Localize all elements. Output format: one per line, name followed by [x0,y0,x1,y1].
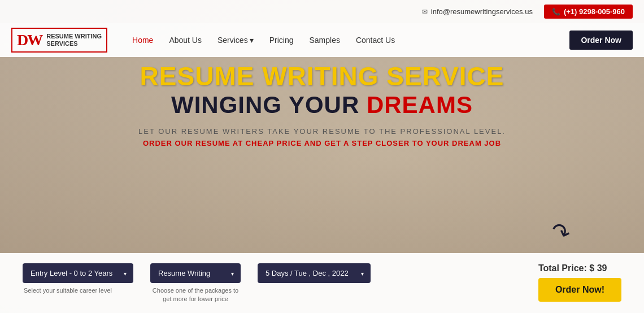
email-contact: ✉ info@resumewritingservices.us [422,7,533,16]
hero-subtitle2: ORDER OUR RESUME AT CHEAP PRICE AND GET … [45,139,599,147]
career-select[interactable]: Entry Level - 0 to 2 Years Mid Level - 3… [23,263,133,283]
services-dropdown-icon: ▾ [250,36,254,45]
nav-about[interactable]: About Us [161,31,210,49]
nav-services[interactable]: Services ▾ [210,31,262,49]
delivery-select[interactable]: 5 Days / Tue , Dec , 2022 3 Days Rush 24… [258,263,371,283]
delivery-select-wrap[interactable]: 5 Days / Tue , Dec , 2022 3 Days Rush 24… [258,263,371,283]
logo-text-line2: SERVICES [46,40,102,47]
logo-text-line1: RESUME WRITING [46,33,102,40]
logo-dw: DW [17,31,42,49]
main-nav: DW RESUME WRITING SERVICES Home About Us… [0,23,644,57]
career-level-group: Entry Level - 0 to 2 Years Mid Level - 3… [23,263,133,294]
hero-title-red: DREAMS [367,92,473,118]
order-form: Entry Level - 0 to 2 Years Mid Level - 3… [0,253,644,313]
package-select-wrap[interactable]: Resume Writing CV Writing LinkedIn Profi… [150,263,241,283]
hero-title-yellow: RESUME WRITING SERVICE [45,62,599,91]
nav-order-button[interactable]: Order Now [569,31,633,50]
hero-subtitle1: LET OUR RESUME WRITERS TAKE YOUR RESUME … [45,127,599,136]
email-address: info@resumewritingservices.us [431,7,533,16]
hero-title-dark-text: WINGING YOUR [171,92,367,118]
delivery-group: 5 Days / Tue , Dec , 2022 3 Days Rush 24… [258,263,371,283]
phone-number: (+1) 9298-005-960 [564,7,625,16]
email-icon: ✉ [422,8,428,16]
package-hint: Choose one of the packages to get more f… [150,286,241,303]
hero-subtitle2-text: ORDER OUR RESUME AT CHEAP PRICE AND GET … [143,139,452,147]
hero-dream-job: DREAM JOB [452,139,501,147]
total-section: Total Price: $ 39 Order Now! [538,263,621,302]
total-label: Total Price: $ [538,263,594,273]
career-select-wrap[interactable]: Entry Level - 0 to 2 Years Mid Level - 3… [23,263,133,283]
total-price: Total Price: $ 39 [538,263,607,273]
nav-links: Home About Us Services ▾ Pricing Samples… [124,31,569,49]
top-bar: ✉ info@resumewritingservices.us 📞 (+1) 9… [0,0,644,23]
nav-samples[interactable]: Samples [301,31,347,49]
nav-home[interactable]: Home [124,31,161,49]
order-now-button[interactable]: Order Now! [538,278,621,302]
hero-content: RESUME WRITING SERVICE WINGING YOUR DREA… [0,62,644,147]
package-group: Resume Writing CV Writing LinkedIn Profi… [150,263,241,303]
career-hint: Select your suitable career level [23,286,113,294]
logo-text: RESUME WRITING SERVICES [46,33,102,47]
nav-contact[interactable]: Contact Us [348,31,403,49]
phone-contact[interactable]: 📞 (+1) 9298-005-960 [544,5,633,19]
phone-icon: 📞 [552,8,560,16]
nav-pricing[interactable]: Pricing [262,31,302,49]
hero-title-dark: WINGING YOUR DREAMS [45,91,599,119]
package-select[interactable]: Resume Writing CV Writing LinkedIn Profi… [150,263,241,283]
logo[interactable]: DW RESUME WRITING SERVICES [11,28,107,53]
total-amount: 39 [597,263,607,273]
